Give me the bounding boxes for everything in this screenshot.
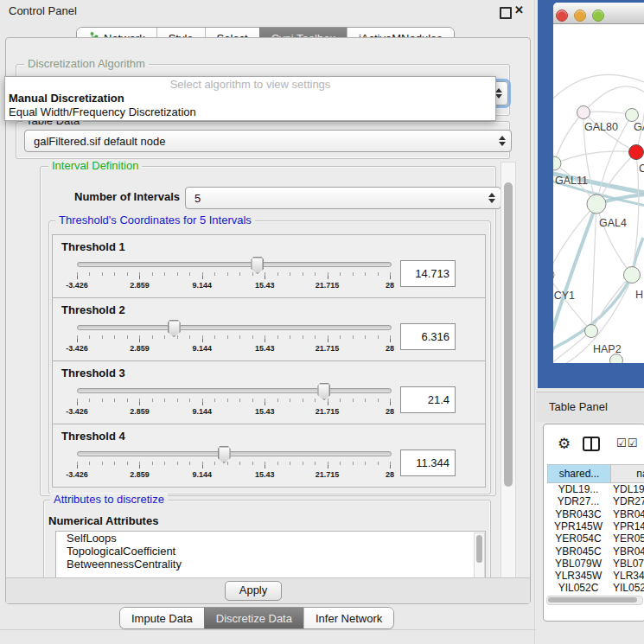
table-cell[interactable]: YPR145W <box>613 520 644 532</box>
table-cell[interactable]: YBR043C <box>613 508 644 520</box>
slider-track[interactable] <box>77 325 392 330</box>
table-cell[interactable]: YBL079W <box>613 558 644 570</box>
table-cell[interactable]: YBL079W <box>547 558 609 570</box>
slider-track[interactable] <box>77 388 392 393</box>
table-cell[interactable]: YDL19 <box>613 483 644 495</box>
attribute-item[interactable]: TopologicalCoefficient <box>56 545 485 558</box>
float-window-icon[interactable] <box>500 7 512 19</box>
slider-thumb[interactable] <box>251 257 264 274</box>
threshold-value-field[interactable]: 21.4 <box>400 386 456 413</box>
table-panel: ⚙ ☑☑ shared... na YDL19...YDL19YDR27...Y… <box>543 424 644 622</box>
threshold-row: Threshold 3-3.4262.8599.14415.4321.71528… <box>52 360 486 424</box>
network-edge[interactable] <box>553 74 644 105</box>
column-checkboxes-icon[interactable]: ☑☑ <box>616 437 638 450</box>
table-cell[interactable]: YIL052C <box>547 582 609 594</box>
slider-track[interactable] <box>77 262 392 267</box>
popup-option[interactable]: Equal Width/Frequency Discretization <box>5 105 495 119</box>
column-header-name[interactable]: na <box>610 464 644 483</box>
table-horizontal-scrollbar[interactable] <box>546 596 643 605</box>
threshold-value-field[interactable]: 14.713 <box>400 260 456 287</box>
network-node-GAL80[interactable] <box>577 106 590 119</box>
table-cell[interactable]: YDR27 <box>613 495 644 507</box>
attribute-item[interactable]: BetweennessCentrality <box>56 558 485 571</box>
close-icon[interactable]: ✕ <box>514 3 524 16</box>
split-panel-icon[interactable] <box>583 437 600 451</box>
table-cell[interactable]: YPR145W <box>547 520 609 532</box>
threshold-value-field[interactable]: 6.316 <box>400 323 456 350</box>
scrollbar-thumb[interactable] <box>504 182 513 487</box>
table-data-combo[interactable]: galFiltered.sif default node <box>24 130 512 152</box>
slider-thumb[interactable] <box>218 446 231 463</box>
network-canvas[interactable]: GAL80GACGAL11GAL4GCY1HHAP2 <box>553 23 644 363</box>
table-cell[interactable]: YIL052C <box>613 582 644 594</box>
tick-label: 15.43 <box>255 281 275 290</box>
tick-label: -3.426 <box>66 470 88 479</box>
network-node-GAL11[interactable] <box>553 156 561 170</box>
close-traffic-light-icon[interactable] <box>556 10 568 22</box>
tick-label: 9.144 <box>193 407 213 416</box>
tick-label: 28 <box>386 344 394 353</box>
network-node-GAL4[interactable] <box>587 194 606 214</box>
number-of-intervals-label: Number of Intervals <box>74 190 180 203</box>
number-of-intervals-value: 5 <box>194 192 201 205</box>
network-node-label: C <box>639 163 644 175</box>
zoom-traffic-light-icon[interactable] <box>592 10 604 22</box>
table-panel-title: Table Panel <box>549 400 608 413</box>
popup-option[interactable]: Manual Discretization <box>5 92 495 105</box>
network-node-GCY1[interactable] <box>553 268 554 282</box>
numerical-attributes-label: Numerical Attributes <box>48 514 158 527</box>
table-cell[interactable]: YLR345W <box>613 570 644 582</box>
scrollbar-thumb[interactable] <box>476 535 482 563</box>
column-header-shared[interactable]: shared... <box>547 464 611 483</box>
numerical-attributes-list[interactable]: SelfLoopsTopologicalCoefficientBetweenne… <box>55 531 486 579</box>
network-node-label: H <box>635 289 643 301</box>
tick-label: -3.426 <box>66 407 88 416</box>
apply-button[interactable]: Apply <box>225 581 282 601</box>
tick-label: 28 <box>386 281 394 290</box>
screen: Control Panel ✕ NetworkStyleSelectCyni T… <box>0 0 644 644</box>
panel-vertical-scrollbar[interactable] <box>501 162 516 578</box>
table-data-combo-value: galFiltered.sif default node <box>34 135 165 148</box>
discretization-algorithm-title: Discretization Algorithm <box>24 58 149 70</box>
combo-stepper-icon <box>488 193 495 203</box>
scrollbar-thumb[interactable] <box>548 597 637 603</box>
network-node-node-red[interactable] <box>629 145 644 160</box>
table-cell[interactable]: YBR043C <box>547 508 609 520</box>
tick-label: 2.859 <box>130 470 150 479</box>
network-node-node-ga[interactable] <box>626 109 639 122</box>
gear-icon[interactable]: ⚙ <box>558 435 571 453</box>
minimize-traffic-light-icon[interactable] <box>574 10 586 22</box>
network-node-node-b[interactable] <box>610 354 623 364</box>
tick-label: 28 <box>386 470 394 479</box>
tab-infer-network[interactable]: Infer Network <box>303 608 393 628</box>
table-cell[interactable]: YDL19... <box>547 483 609 495</box>
tab-label: Impute Data <box>131 612 193 625</box>
threshold-value-field[interactable]: 11.344 <box>400 450 456 476</box>
table-cell[interactable]: YER054C <box>613 532 644 545</box>
attribute-item[interactable]: SelfLoops <box>56 532 485 545</box>
table-cell[interactable]: YBR045C <box>613 545 644 558</box>
list-scrollbar[interactable] <box>474 532 485 578</box>
table-cell[interactable]: YER054C <box>547 532 609 545</box>
network-edge[interactable] <box>554 151 636 163</box>
table-cell[interactable]: YLR345W <box>547 570 609 582</box>
network-edge[interactable] <box>553 275 591 331</box>
tick-label: 2.859 <box>130 344 150 353</box>
tab-impute-data[interactable]: Impute Data <box>120 608 204 628</box>
slider-thumb[interactable] <box>317 383 330 400</box>
slider-thumb[interactable] <box>168 320 181 337</box>
network-edge[interactable] <box>596 204 632 275</box>
threshold-row: Threshold 4-3.4262.8599.14415.4321.71528… <box>52 424 486 488</box>
network-window-titlebar[interactable] <box>553 3 644 24</box>
table-cell[interactable]: YDR27... <box>547 495 609 507</box>
slider-track[interactable] <box>77 451 392 456</box>
network-edge[interactable] <box>583 86 644 112</box>
table-cell[interactable]: YBR045C <box>547 545 609 558</box>
tab-discretize-data[interactable]: Discretize Data <box>204 608 303 628</box>
network-node-node-h[interactable] <box>624 267 641 284</box>
network-edge[interactable] <box>591 204 596 331</box>
threshold-label: Threshold 2 <box>61 303 125 316</box>
number-of-intervals-combo[interactable]: 5 <box>185 187 501 209</box>
network-edge[interactable] <box>583 112 632 115</box>
network-node-HAP2[interactable] <box>585 325 598 338</box>
